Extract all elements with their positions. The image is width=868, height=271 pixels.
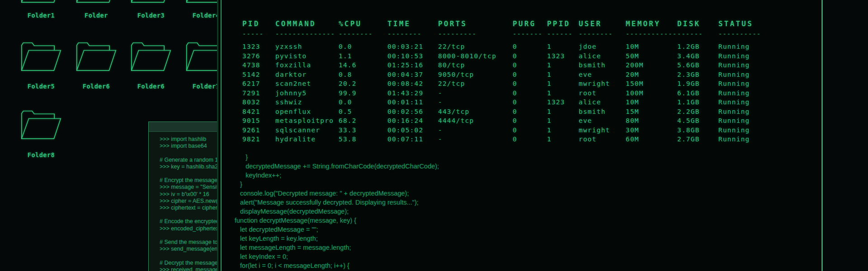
desktop: Folder1 Folder Folder3 Folder4 Folder5 <box>0 0 868 271</box>
cell-memory: 60M <box>626 135 677 145</box>
cell-cpu: 0.0 <box>339 98 387 107</box>
desktop-folder[interactable]: Folder5 <box>19 42 63 71</box>
desktop-folder[interactable]: Folder1 <box>19 0 63 3</box>
cell-ppid: 1 <box>547 117 579 126</box>
table-row[interactable]: 1323yzxssh0.000:03:2122/tcp01jdoe10M1.2G… <box>242 42 782 52</box>
table-row[interactable]: 9261sqlscanner33.300:05:02-01mwright30M3… <box>242 126 782 136</box>
table-row[interactable]: 8421openflux0.500:02:56443/tcp01bsmith15… <box>242 107 782 117</box>
cell-purg: 0 <box>513 135 547 145</box>
desktop-folder[interactable]: Folder3 <box>129 0 173 3</box>
script-output: } decryptedMessage += String.fromCharCod… <box>235 153 439 271</box>
cell-status: Running <box>718 89 782 98</box>
cell-cpu: 53.8 <box>339 135 387 145</box>
cell-disk: 1.9GB <box>677 79 718 89</box>
cell-time: 00:07:11 <box>387 135 438 145</box>
folder-label: Folder6 <box>71 83 122 90</box>
cell-memory: 100M <box>626 89 677 98</box>
cell-disk: 2.7GB <box>677 135 718 145</box>
cell-cpu: 14.6 <box>339 61 387 70</box>
cell-memory: 200M <box>626 61 677 70</box>
cell-memory: 10M <box>626 42 677 52</box>
cell-disk: 3.4GB <box>677 52 718 61</box>
cell-disk: 1.2GB <box>677 42 718 52</box>
folder-icon <box>129 42 172 71</box>
cell-status: Running <box>718 107 782 117</box>
cell-time: 00:04:37 <box>387 70 438 80</box>
table-body: 1323yzxssh0.000:03:2122/tcp01jdoe10M1.2G… <box>242 42 782 145</box>
cell-purg: 0 <box>513 42 547 52</box>
header-cell: TIME <box>387 20 438 31</box>
cell-ports: 8000-8010/tcp <box>438 52 513 61</box>
cell-time: 00:03:21 <box>387 42 438 52</box>
cell-cpu: 99.9 <box>339 89 387 98</box>
cell-status: Running <box>718 135 782 145</box>
cell-status: Running <box>718 52 782 61</box>
header-cell: PORTS <box>438 20 513 31</box>
table-row[interactable]: 8032sshwiz0.000:01:11-01323alice10M1.1GB… <box>242 98 782 107</box>
desktop-folder[interactable]: Folder8 <box>19 110 63 139</box>
cell-pid: 3276 <box>242 52 275 61</box>
cell-time: 01:43:29 <box>387 89 438 98</box>
desktop-folder[interactable]: Folder6 <box>75 42 118 71</box>
cell-ports: 22/tcp <box>438 79 513 89</box>
cell-ppid: 1 <box>547 107 579 117</box>
folder-label: Folder <box>71 12 122 19</box>
cell-ports: - <box>438 98 513 107</box>
cell-disk: 2.3GB <box>677 70 718 80</box>
cell-pid: 8421 <box>242 107 275 117</box>
table-row[interactable]: 9015metasploitpro68.200:16:244444/tcp01e… <box>242 117 782 126</box>
cell-pid: 4738 <box>242 61 275 70</box>
folder-icon <box>19 0 62 3</box>
cell-pid: 9261 <box>242 126 275 136</box>
header-cell: -------- <box>339 31 387 42</box>
folder-label: Folder5 <box>15 83 67 90</box>
table-row[interactable]: 7291johnny599.901:43:29-01root100M6.1GBR… <box>242 89 782 98</box>
desktop-folder[interactable]: Folder <box>75 0 118 3</box>
header-cell: MEMORY <box>626 20 677 31</box>
cell-ppid: 1323 <box>547 98 579 107</box>
table-row[interactable]: 9821hydralite53.800:07:11-01root60M2.7GB… <box>242 135 782 145</box>
cell-disk: 3.8GB <box>677 126 718 136</box>
table-row[interactable]: 3276pyvisto1.100:10:538000-8010/tcp01323… <box>242 52 782 61</box>
window-left-border <box>221 0 222 271</box>
table-row[interactable]: 4738foxzilla14.601:25:1680/tcp01bsmith20… <box>242 61 782 70</box>
table-row[interactable]: 5142darktor0.800:04:379050/tcp01eve20M2.… <box>242 70 782 80</box>
cell-user: mwright <box>579 79 626 89</box>
folder-label: Folder6 <box>125 83 177 90</box>
cell-ppid: 1 <box>547 135 579 145</box>
cell-status: Running <box>718 79 782 89</box>
cell-command: darktor <box>275 70 339 80</box>
cell-user: root <box>579 89 626 98</box>
cell-ports: 9050/tcp <box>438 70 513 80</box>
cell-pid: 1323 <box>242 42 275 52</box>
cell-time: 01:25:16 <box>387 61 438 70</box>
cell-memory: 150M <box>626 79 677 89</box>
header-cell: COMMAND <box>275 20 339 31</box>
folder-icon <box>75 42 118 71</box>
header-cell: -------- <box>579 31 626 42</box>
table-dashes-row: ----------------------------------------… <box>242 31 782 42</box>
cell-command: pyvisto <box>275 52 339 61</box>
header-cell: USER <box>579 20 626 31</box>
cell-purg: 0 <box>513 70 547 80</box>
folder-icon <box>19 110 62 139</box>
cell-ppid: 1 <box>547 79 579 89</box>
desktop-folder[interactable]: Folder6 <box>129 42 173 71</box>
table-header-row: PIDCOMMAND%CPUTIMEPORTSPURGPPIDUSERMEMOR… <box>242 20 782 31</box>
cell-cpu: 1.1 <box>339 52 387 61</box>
cell-ports: 22/tcp <box>438 42 513 52</box>
header-cell: ------------ <box>626 31 677 42</box>
cell-pid: 5142 <box>242 70 275 80</box>
cell-ppid: 1 <box>547 70 579 80</box>
table-row[interactable]: 6217scan2net20.200:08:4222/tcp01mwright1… <box>242 79 782 89</box>
cell-command: sshwiz <box>275 98 339 107</box>
header-cell: PURG <box>513 20 547 31</box>
cell-pid: 9821 <box>242 135 275 145</box>
cell-purg: 0 <box>513 79 547 89</box>
folder-icon <box>19 42 62 71</box>
cell-user: mwright <box>579 126 626 136</box>
cell-pid: 6217 <box>242 79 275 89</box>
process-window: PIDCOMMAND%CPUTIMEPORTSPURGPPIDUSERMEMOR… <box>217 0 823 271</box>
cell-time: 00:02:56 <box>387 107 438 117</box>
header-cell: PID <box>242 20 275 31</box>
